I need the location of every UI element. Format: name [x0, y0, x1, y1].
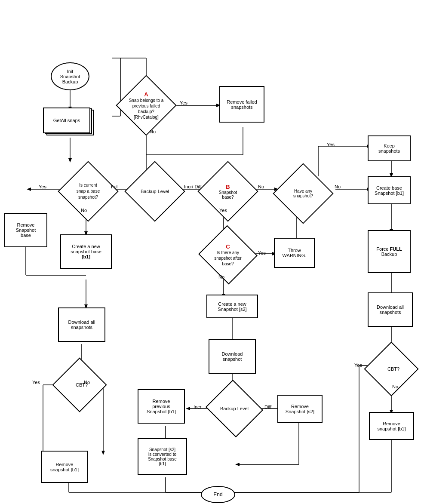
diamond-have-any: Have anysnapshot? [273, 170, 333, 217]
create-base-b1-label: Create baseSnapshot [b1] [375, 185, 404, 196]
force-full-label: Force FULLBackup [376, 246, 402, 257]
label-yes-c: Yes [258, 250, 266, 255]
diamond-b-sublabel: Snapshotbase? [219, 190, 237, 200]
label-no-cbt2: No [392, 384, 398, 389]
label-yes-have: Yes [327, 142, 335, 147]
keep-snapshots-label: Keepsnapshots [378, 143, 400, 154]
remove-s2: RemoveSnapshot [s2] [277, 395, 323, 423]
diamond-cbt1: CBT? [56, 363, 108, 406]
throw-warning-label: ThrowWARNING. [283, 248, 307, 258]
remove-b1-right: Removesnapshot [b1] [369, 412, 414, 440]
download-snapshot: Downloadsnapshot [209, 339, 256, 374]
create-s2-label: Create a newSnapshot [s2] [218, 301, 246, 312]
getall-snaps: GetAll snaps [43, 108, 97, 138]
create-new-snapshot-base: Create a newsnapshot base[b1] [60, 234, 112, 269]
remove-snapshot-base-label: RemoveSnapshotbase [16, 222, 36, 238]
label-no-cbt1: No [84, 380, 90, 385]
diamond-backup-level1: Backup Level [127, 168, 183, 215]
remove-failed-label: Remove failedsnapshots [227, 99, 257, 110]
have-any-label: Have anysnapshot? [293, 189, 313, 198]
download-all-snapshots-1: Download allsnapshots [58, 307, 105, 342]
label-yes-cbt2: Yes [354, 363, 362, 368]
diamond-c: C Is there anysnapshot afterbase? [200, 232, 256, 277]
diamond-b: B Snapshotbase? [202, 168, 254, 215]
throw-warning: ThrowWARNING. [274, 238, 315, 268]
remove-prev-b1-label: RemovepreviousSnapshot [b1] [147, 399, 176, 414]
diamond-a-sublabel: Snap belongs to aprevious failedbackup?[… [129, 98, 164, 120]
backup-level2-label: Backup Level [220, 406, 249, 411]
label-yes-a: Yes [180, 100, 187, 105]
label-no-b: No [258, 184, 264, 189]
backup-level1-label: Backup Level [141, 189, 169, 194]
download-all-2-label: Download allsnapshots [377, 304, 404, 315]
remove-s2-label: RemoveSnapshot [s2] [286, 404, 314, 414]
label-no-current: No [81, 208, 87, 213]
svg-marker-46 [186, 407, 190, 410]
download-all-snapshots-2: Download allsnapshots [368, 292, 413, 327]
end-label: End [213, 492, 222, 498]
create-new-base-label: Create a newsnapshot base[b1] [71, 244, 101, 259]
current-snap-label: Is currentsnap a basesnapshot? [77, 182, 100, 200]
cbt2-label: CBT? [387, 366, 399, 372]
keep-snapshots: Keepsnapshots [368, 135, 411, 161]
download-all-1-label: Download allsnapshots [68, 320, 95, 330]
download-snapshot-label: Downloadsnapshot [222, 351, 243, 362]
end-node: End [201, 486, 235, 503]
label-no-have: No [335, 184, 341, 189]
label-yes-current: Yes [39, 184, 46, 189]
diamond-b-label: B [226, 184, 230, 190]
remove-previous-b1: RemovepreviousSnapshot [b1] [138, 389, 185, 424]
init-label: Init Snapshot Backup [60, 69, 80, 84]
label-full: Full [111, 184, 119, 189]
remove-failed-snapshots: Remove failedsnapshots [219, 86, 264, 123]
remove-snapshot-base: RemoveSnapshotbase [4, 213, 47, 247]
create-base-b1: Create baseSnapshot [b1] [368, 176, 411, 204]
svg-marker-28 [101, 451, 105, 455]
label-yes-b: Yes [219, 208, 227, 213]
remove-b1-left-label: Removesnapshot [b1] [50, 462, 79, 472]
label-no-a: No [150, 129, 156, 134]
remove-b1-right-label: Removesnapshot [b1] [377, 421, 406, 431]
diamond-a-label: A [144, 91, 148, 98]
diamond-backup-level2: Backup Level [206, 387, 262, 430]
init-snapshot-backup: Init Snapshot Backup [51, 62, 89, 90]
label-yes-cbt1: Yes [32, 380, 40, 385]
svg-marker-11 [27, 187, 31, 191]
diamond-a: A Snap belongs to aprevious failedbackup… [116, 82, 176, 129]
snapshot-converted-label: Snapshot [s2]is converted toSnapshot bas… [148, 447, 177, 466]
remove-b1-left: Removesnapshot [b1] [41, 451, 88, 483]
label-no-c: No [218, 274, 224, 280]
getall-label: GetAll snaps [53, 118, 80, 123]
svg-marker-3 [68, 158, 72, 163]
diamond-c-sublabel: Is there anysnapshot afterbase? [214, 250, 241, 267]
label-diff: Diff [264, 404, 271, 409]
label-incr: Incr [194, 404, 201, 409]
force-full-backup: Force FULLBackup [368, 230, 411, 273]
svg-marker-51 [235, 463, 240, 466]
flowchart-canvas: Init Snapshot Backup GetAll snaps A Snap… [0, 0, 424, 504]
label-incr-diff: Incr/ Diff [184, 184, 202, 189]
diamond-current-snap: Is currentsnap a basesnapshot? [56, 168, 120, 215]
diamond-c-label: C [226, 243, 230, 250]
create-new-s2: Create a newSnapshot [s2] [206, 295, 258, 318]
snapshot-converted: Snapshot [s2]is converted toSnapshot bas… [138, 438, 187, 475]
